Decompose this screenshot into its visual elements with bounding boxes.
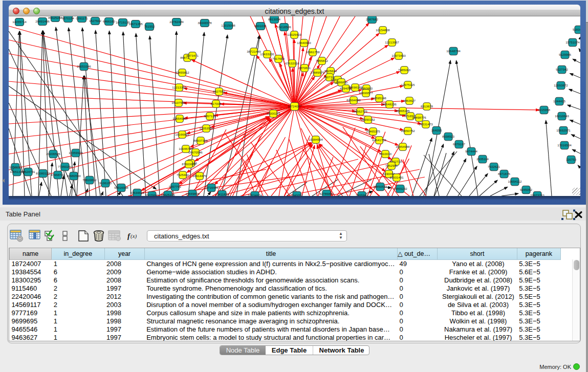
svg-text:43534624: 43534624	[130, 191, 144, 194]
svg-text:19384554: 19384554	[309, 138, 323, 141]
svg-text:3267130: 3267130	[204, 114, 216, 118]
svg-text:72624731: 72624731	[21, 170, 35, 173]
svg-text:94531473: 94531473	[419, 122, 433, 126]
svg-text:38721489: 38721489	[247, 50, 261, 53]
svg-text:16107553: 16107553	[171, 101, 186, 104]
svg-text:88937346: 88937346	[193, 139, 208, 142]
svg-text:15869232: 15869232	[393, 187, 407, 190]
svg-text:17016504: 17016504	[557, 143, 572, 147]
svg-text:9301031: 9301031	[254, 24, 267, 28]
svg-text:17359924: 17359924	[69, 151, 83, 155]
svg-text:81080132: 81080132	[36, 171, 50, 175]
svg-text:8471676: 8471676	[498, 172, 511, 176]
svg-text:15716485: 15716485	[204, 186, 219, 189]
svg-text:(x): (x)	[130, 233, 137, 239]
svg-text:43455812: 43455812	[175, 71, 189, 74]
svg-text:19166825: 19166825	[175, 133, 189, 136]
svg-text:2087682: 2087682	[366, 17, 379, 21]
svg-text:8938923: 8938923	[442, 135, 455, 138]
svg-text:18724007: 18724007	[288, 104, 302, 108]
svg-text:42786801: 42786801	[319, 192, 334, 195]
svg-text:16961758: 16961758	[306, 50, 320, 54]
svg-text:27889579: 27889579	[310, 71, 324, 74]
svg-text:65648236: 65648236	[382, 102, 397, 106]
svg-text:8427552: 8427552	[213, 90, 226, 93]
svg-text:13315098: 13315098	[221, 24, 235, 27]
svg-text:35454948: 35454948	[396, 145, 410, 148]
svg-text:13325419: 13325419	[287, 33, 301, 36]
svg-text:9463627: 9463627	[403, 99, 416, 102]
svg-text:12213369: 12213369	[172, 85, 186, 89]
svg-text:1244415: 1244415	[553, 99, 566, 103]
svg-text:15751074: 15751074	[565, 40, 580, 44]
svg-text:6025634: 6025634	[324, 69, 337, 73]
svg-text:10654112: 10654112	[508, 180, 522, 183]
svg-text:78820812: 78820812	[82, 178, 97, 182]
svg-text:9474444: 9474444	[465, 149, 478, 153]
svg-text:06562729: 06562729	[353, 110, 367, 113]
svg-text:7917693: 7917693	[272, 57, 285, 60]
svg-text:27849808: 27849808	[185, 192, 200, 195]
svg-text:5310033: 5310033	[379, 152, 392, 156]
svg-text:15692971: 15692971	[556, 128, 571, 132]
svg-text:6879197: 6879197	[453, 142, 466, 146]
svg-text:20450533: 20450533	[373, 185, 387, 188]
svg-text:7625402: 7625402	[177, 173, 189, 177]
svg-text:15300275: 15300275	[266, 112, 280, 115]
svg-text:12093872: 12093872	[554, 83, 568, 87]
svg-text:7632621: 7632621	[488, 165, 500, 168]
svg-text:16210643: 16210643	[555, 114, 569, 118]
svg-text:05865185: 05865185	[396, 109, 410, 113]
svg-text:9657791: 9657791	[169, 185, 182, 188]
svg-text:87603669: 87603669	[182, 162, 196, 166]
svg-text:29053346: 29053346	[77, 64, 91, 68]
svg-text:20891406: 20891406	[35, 19, 50, 23]
svg-text:751552: 751552	[144, 25, 155, 28]
svg-text:09670546: 09670546	[188, 150, 203, 154]
svg-text:62994680: 62994680	[346, 98, 361, 102]
svg-text:06990162: 06990162	[361, 118, 375, 121]
svg-text:9129966: 9129966	[559, 53, 572, 56]
svg-text:8813054: 8813054	[268, 17, 281, 21]
svg-text:10719135: 10719135	[116, 20, 130, 24]
svg-text:7485063: 7485063	[398, 68, 411, 72]
svg-text:12353594: 12353594	[199, 126, 213, 130]
svg-text:4586850: 4586850	[335, 80, 348, 84]
svg-text:7955812: 7955812	[316, 59, 329, 62]
svg-text:16914479: 16914479	[192, 174, 207, 178]
svg-text:2935114: 2935114	[476, 157, 489, 161]
svg-text:12975115: 12975115	[401, 83, 415, 86]
svg-text:14055714: 14055714	[12, 20, 27, 24]
svg-text:67632016: 67632016	[285, 61, 299, 65]
svg-text:817006: 817006	[211, 102, 222, 105]
svg-text:43699577: 43699577	[359, 91, 373, 95]
svg-text:20206535: 20206535	[46, 152, 60, 156]
svg-text:22782489: 22782489	[169, 20, 184, 24]
svg-text:7452991: 7452991	[385, 164, 398, 167]
svg-text:10154808: 10154808	[376, 28, 390, 32]
svg-text:9136193: 9136193	[99, 181, 112, 185]
svg-text:13433200: 13433200	[260, 52, 274, 56]
svg-text:9570154: 9570154	[62, 16, 75, 20]
svg-text:9227342: 9227342	[556, 68, 569, 71]
svg-text:9245052: 9245052	[520, 188, 533, 191]
svg-text:6466160: 6466160	[103, 19, 116, 23]
svg-text:0391171: 0391171	[76, 16, 88, 20]
svg-text:3215958: 3215958	[538, 108, 551, 112]
svg-text:5183473: 5183473	[573, 28, 580, 31]
svg-text:10648784: 10648784	[446, 49, 461, 53]
svg-text:1527602: 1527602	[89, 19, 102, 23]
svg-text:19654983: 19654983	[172, 117, 187, 120]
svg-text:4873471: 4873471	[186, 54, 199, 57]
svg-text:20465375: 20465375	[366, 129, 380, 133]
svg-text:38346578: 38346578	[198, 21, 212, 25]
svg-text:77360260: 77360260	[58, 165, 72, 168]
svg-text:28498776: 28498776	[412, 116, 426, 119]
svg-text:89325288: 89325288	[48, 16, 62, 19]
svg-text:61595148: 61595148	[372, 96, 386, 100]
svg-text:90916998: 90916998	[114, 186, 128, 189]
svg-text:30980500: 30980500	[67, 174, 81, 178]
svg-text:12411824: 12411824	[215, 192, 229, 196]
svg-text:10973493: 10973493	[391, 54, 406, 57]
svg-text:164095: 164095	[431, 128, 442, 132]
